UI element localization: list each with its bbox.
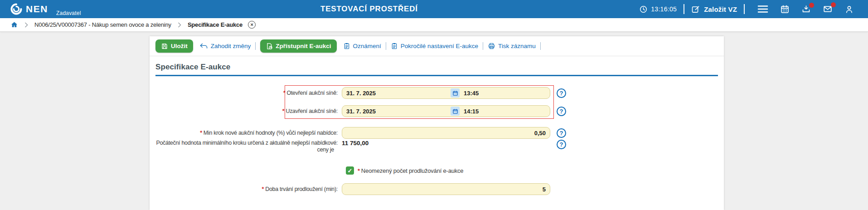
open-room-label: * Otevření aukční síně:	[155, 90, 338, 96]
required-asterisk: *	[282, 108, 285, 114]
calendar-icon	[780, 5, 790, 14]
record-toolbar: Uložit Zahodit změny Zpřístupnit E-aukci	[150, 36, 724, 56]
close-room-date-value[interactable]: 31. 7. 2025	[346, 108, 451, 115]
clipboard-icon	[343, 42, 350, 50]
save-label: Uložit	[171, 43, 188, 49]
notification-badge	[809, 3, 814, 8]
save-icon	[161, 43, 168, 50]
profile-button[interactable]	[844, 5, 854, 14]
downloads-button[interactable]	[801, 5, 811, 14]
calendar-picker-icon[interactable]	[451, 88, 460, 98]
toolbar-divider	[540, 42, 541, 50]
clipboard-icon	[391, 42, 398, 50]
notifications-button[interactable]: Oznámení	[343, 42, 381, 50]
printer-icon	[488, 42, 495, 50]
create-vz-label: Založit VZ	[704, 5, 737, 13]
menu-button[interactable]	[757, 5, 768, 13]
print-record-button[interactable]: Tisk záznamu	[488, 42, 536, 50]
close-room-label: * Uzavření aukční síně:	[155, 108, 338, 114]
person-icon	[844, 5, 854, 14]
clock-icon	[639, 5, 648, 14]
advanced-settings-button[interactable]: Pokročilé nastavení E-aukce	[391, 42, 478, 50]
open-room-datetime-field[interactable]: 31. 7. 2025 13:45	[342, 87, 550, 99]
undo-icon	[199, 43, 208, 50]
topbar-divider	[744, 4, 745, 14]
nen-logo-icon	[10, 3, 23, 15]
extension-duration-label: * Doba trvání prodloužení (min):	[155, 186, 338, 192]
form-row-unlimited-extensions: ✓ * Neomezený počet prodlužování e-aukce	[155, 166, 718, 175]
discard-changes-button[interactable]: Zahodit změny	[199, 43, 251, 50]
help-icon[interactable]: ?	[557, 88, 566, 98]
eauction-form: * Otevření aukční síně: 31. 7. 2025 13:4…	[155, 78, 718, 210]
form-row-extension-duration: * Doba trvání prodloužení (min):	[155, 183, 718, 195]
document-clock-icon	[266, 43, 273, 50]
clock-time: 13:16:05	[651, 5, 677, 13]
topbar: NEN Zadavatel TESTOVACÍ PROSTŘEDÍ 13:16:…	[0, 0, 868, 18]
topbar-divider	[684, 4, 684, 14]
print-record-label: Tisk záznamu	[498, 43, 536, 49]
create-vz-button[interactable]: Založit VZ	[691, 5, 737, 14]
breadcrumb-item-current[interactable]: Specifikace E-aukce	[188, 21, 242, 28]
home-icon[interactable]	[10, 21, 18, 29]
chevron-right-icon	[24, 22, 28, 28]
breadcrumb: N006/25/V00007367 - Nákup semen ovoce a …	[0, 18, 868, 32]
check-icon: ✓	[348, 168, 353, 174]
help-icon[interactable]: ?	[557, 107, 566, 116]
open-room-time-value[interactable]: 13:45	[464, 90, 479, 97]
initial-step-label: Počáteční hodnota minimálního kroku urče…	[155, 140, 338, 153]
form-row-open-room: * Otevření aukční síně: 31. 7. 2025 13:4…	[155, 87, 718, 99]
close-tab-icon[interactable]: ×	[248, 21, 256, 29]
help-icon[interactable]: ?	[557, 140, 566, 149]
required-asterisk: *	[262, 186, 264, 192]
required-asterisk: *	[283, 90, 286, 96]
calendar-button[interactable]	[780, 5, 790, 14]
heading-underline	[155, 75, 718, 76]
notification-badge	[831, 2, 836, 7]
brand-role: Zadavatel	[56, 10, 81, 16]
screen: NEN Zadavatel TESTOVACÍ PROSTŘEDÍ 13:16:…	[0, 0, 868, 210]
form-row-initial-step: Počáteční hodnota minimálního kroku urče…	[155, 140, 718, 153]
compose-icon	[691, 5, 700, 14]
open-room-date-value[interactable]: 31. 7. 2025	[346, 90, 451, 97]
toolbar-divider	[386, 42, 386, 50]
brand-name: NEN	[26, 4, 48, 15]
page-title: Specifikace E-aukce	[155, 63, 718, 72]
chevron-right-icon	[178, 22, 181, 28]
notifications-label: Oznámení	[353, 43, 381, 49]
breadcrumb-item-contract[interactable]: N006/25/V00007367 - Nákup semen ovoce a …	[34, 21, 171, 28]
messages-button[interactable]	[823, 4, 833, 14]
topbar-actions: 13:16:05 Založit VZ	[639, 0, 860, 18]
extension-duration-input[interactable]	[342, 183, 550, 195]
unlimited-extensions-label: * Neomezený počet prodlužování e-aukce	[358, 167, 463, 174]
discard-changes-label: Zahodit změny	[211, 43, 251, 49]
form-row-close-room: * Uzavření aukční síně: 31. 7. 2025 14:1…	[155, 105, 718, 117]
environment-title: TESTOVACÍ PROSTŘEDÍ	[320, 0, 418, 18]
help-icon[interactable]: ?	[557, 128, 566, 138]
hamburger-icon	[757, 5, 768, 13]
initial-step-value: 11 750,00	[342, 140, 369, 147]
unlimited-extensions-checkbox[interactable]: ✓	[346, 166, 354, 175]
save-button[interactable]: Uložit	[155, 39, 193, 53]
required-asterisk: *	[200, 130, 202, 136]
section-heading: Specifikace E-aukce	[155, 56, 718, 76]
required-asterisk: *	[358, 167, 360, 174]
close-room-time-value[interactable]: 14:15	[464, 108, 479, 115]
advanced-settings-label: Pokročilé nastavení E-aukce	[401, 43, 478, 49]
toolbar-divider	[483, 42, 483, 50]
toolbar-divider	[255, 42, 256, 50]
form-row-min-step: * Min krok nové aukční hodnoty (%) vůči …	[155, 127, 718, 139]
brand[interactable]: NEN Zadavatel	[10, 0, 48, 18]
calendar-picker-icon[interactable]	[451, 107, 460, 116]
content-card: Uložit Zahodit změny Zpřístupnit E-aukci	[150, 36, 724, 210]
min-step-label: * Min krok nové aukční hodnoty (%) vůči …	[155, 130, 338, 136]
open-auction-label: Zpřístupnit E-aukci	[276, 43, 331, 49]
close-room-datetime-field[interactable]: 31. 7. 2025 14:15	[342, 105, 550, 117]
open-auction-button[interactable]: Zpřístupnit E-aukci	[260, 39, 336, 53]
min-step-input[interactable]	[342, 127, 550, 139]
